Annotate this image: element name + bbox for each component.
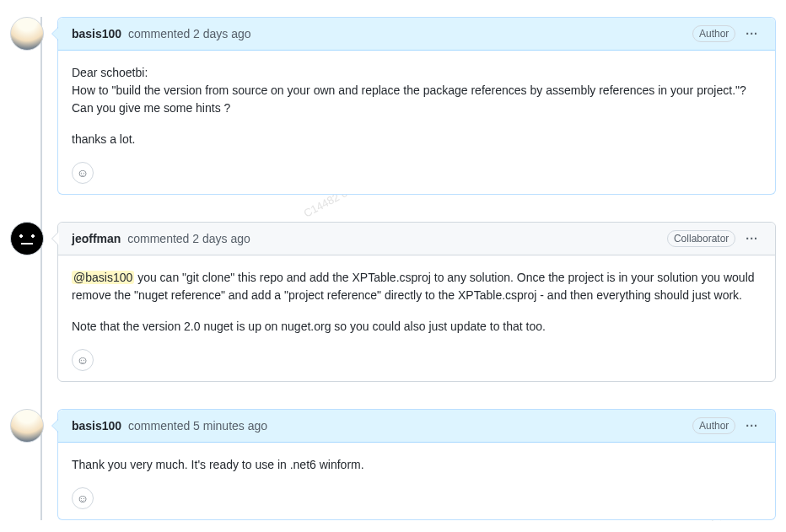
comment-author-link[interactable]: basis100 [72,419,121,433]
user-mention[interactable]: @basis100 [72,271,134,284]
comment-timeline: basis100 commented 2 days ago Author ···… [10,17,776,520]
role-badge-author: Author [692,417,735,434]
body-line: Can you give me some hints ? [72,101,230,115]
avatar[interactable] [10,17,44,51]
comment-item: jeoffman commented 2 days ago Collaborat… [10,222,776,382]
body-line: you can "git clone" this repo and add th… [72,271,755,302]
reactions-bar: ☺ [58,349,775,381]
comment-container: basis100 commented 2 days ago Author ···… [57,17,776,195]
comment-container: basis100 commented 5 minutes ago Author … [57,409,776,520]
comment-header: basis100 commented 2 days ago Author ··· [58,18,775,51]
comment-author-link[interactable]: jeoffman [72,232,121,245]
commented-label: commented [128,419,190,433]
comment-body: Dear schoetbi: How to "build the version… [58,51,775,162]
comment-item: basis100 commented 2 days ago Author ···… [10,17,776,195]
add-reaction-button[interactable]: ☺ [72,487,94,509]
avatar[interactable] [10,222,44,255]
reactions-bar: ☺ [58,487,775,519]
comment-body: Thank you very much. It's ready to use i… [58,443,775,487]
role-badge-collaborator: Collaborator [667,230,735,247]
body-line: Thank you very much. It's ready to use i… [72,456,762,474]
avatar[interactable] [10,409,44,443]
body-line: Dear schoetbi: [72,66,148,79]
commented-label: commented [128,27,190,40]
body-line: Note that the version 2.0 nuget is up on… [72,318,762,336]
role-badge-author: Author [692,25,735,42]
add-reaction-button[interactable]: ☺ [72,349,94,371]
comment-container: jeoffman commented 2 days ago Collaborat… [57,222,776,382]
comment-actions-menu[interactable]: ··· [742,416,762,435]
comment-actions-menu[interactable]: ··· [742,229,762,248]
comment-timestamp[interactable]: 5 minutes ago [193,419,267,433]
commented-label: commented [127,232,189,245]
body-line: How to "build the version from source on… [72,83,746,97]
body-line: thanks a lot. [72,131,762,148]
comment-author-link[interactable]: basis100 [72,27,121,40]
comment-body: @basis100 you can "git clone" this repo … [58,255,775,349]
add-reaction-button[interactable]: ☺ [72,162,94,184]
comment-item: basis100 commented 5 minutes ago Author … [10,409,776,520]
comment-header: jeoffman commented 2 days ago Collaborat… [58,223,775,255]
comment-header: basis100 commented 5 minutes ago Author … [58,410,775,443]
comment-timestamp[interactable]: 2 days ago [193,27,251,40]
comment-actions-menu[interactable]: ··· [742,24,762,43]
reactions-bar: ☺ [58,162,775,194]
comment-timestamp[interactable]: 2 days ago [192,232,250,245]
